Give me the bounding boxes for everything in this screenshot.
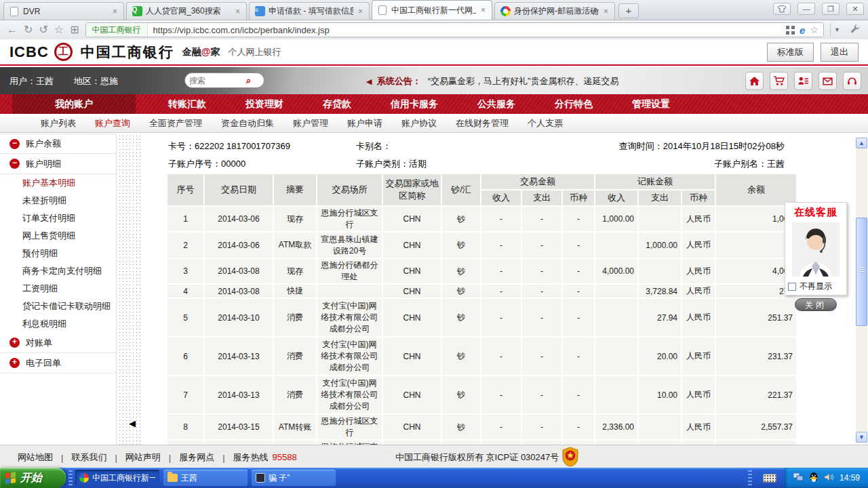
close-icon[interactable]: ✕ bbox=[846, 3, 864, 15]
tab-close-icon[interactable]: × bbox=[357, 7, 364, 16]
footer-link[interactable]: 服务网点 bbox=[171, 451, 222, 464]
network-icon[interactable] bbox=[793, 472, 804, 484]
subnav-item-1[interactable]: 账户列表 bbox=[41, 117, 76, 129]
footer-link[interactable]: 联系我们 bbox=[63, 451, 115, 464]
history-undo-icon[interactable]: ↺ bbox=[39, 24, 47, 35]
nav-item-2[interactable]: 转账汇款 bbox=[163, 94, 240, 114]
dont-show-row: 不再显示 bbox=[788, 281, 844, 292]
restore-icon[interactable]: ❐ bbox=[822, 3, 840, 15]
home-icon[interactable] bbox=[745, 72, 764, 90]
browser-tab[interactable]: Q人人贷官网_360搜索× bbox=[126, 2, 247, 20]
headset-service-icon[interactable] bbox=[843, 72, 861, 90]
bookmark-star-icon[interactable]: ☆ bbox=[810, 24, 818, 35]
cell-place: 支付宝(中国)网络技术有限公司成都分公司 bbox=[317, 299, 382, 336]
vertical-scrollbar[interactable]: ▲ ▼ bbox=[856, 138, 867, 443]
sidebar-group-item[interactable]: −账户余额 bbox=[0, 134, 116, 154]
search-input[interactable] bbox=[189, 76, 246, 85]
minimize-icon[interactable]: — bbox=[797, 3, 815, 15]
cell-tx-currency: - bbox=[563, 415, 594, 439]
footer-link[interactable]: 网站地图 bbox=[9, 451, 61, 464]
subnav-item-7[interactable]: 账户协议 bbox=[401, 117, 437, 129]
url-text[interactable]: https://vip.icbc.com.cn/icbc/perbank/ind… bbox=[148, 25, 787, 35]
tab-close-icon[interactable]: × bbox=[602, 7, 610, 16]
subnav-item-2[interactable]: 账户查询 bbox=[95, 117, 130, 129]
sidebar-child-item[interactable]: 贷记卡借记卡联动明细 bbox=[0, 298, 116, 315]
subnav-item-6[interactable]: 账户申请 bbox=[347, 117, 382, 129]
nav-item-6[interactable]: 公共服务 bbox=[472, 94, 549, 114]
url-box[interactable]: 中国工商银行 https://vip.icbc.com.cn/icbc/perb… bbox=[85, 22, 824, 37]
favorites-star-icon[interactable]: ☆ bbox=[54, 24, 64, 35]
sidebar-child-item[interactable]: 账户基本明细 bbox=[0, 174, 116, 192]
site-search-box[interactable]: ⌕ bbox=[184, 73, 264, 88]
cell-summary: 现存 bbox=[274, 207, 316, 231]
cell-book-income bbox=[595, 338, 637, 375]
subnav-item-8[interactable]: 在线财务管理 bbox=[456, 117, 509, 129]
url-dropdown-arrow-icon[interactable]: ▼ bbox=[830, 22, 844, 37]
close-service-button[interactable]: 关闭 bbox=[795, 298, 837, 311]
cell-country: CHN bbox=[383, 299, 441, 336]
taskbar-item[interactable]: 中国工商银行新一... bbox=[75, 470, 159, 486]
sidebar-child-item[interactable]: 订单支付明细 bbox=[0, 209, 116, 227]
taskbar-clock[interactable]: 14:59 bbox=[840, 473, 860, 483]
volume-speaker-icon[interactable] bbox=[824, 472, 834, 484]
browser-skin-shirt-icon[interactable] bbox=[773, 3, 791, 15]
sidebar-group-item[interactable]: +电子回单 bbox=[0, 353, 116, 373]
scroll-down-icon[interactable]: ▼ bbox=[856, 432, 867, 443]
nav-item-1[interactable]: 我的账户 bbox=[12, 94, 136, 114]
dont-show-checkbox[interactable] bbox=[788, 283, 796, 291]
tab-close-icon[interactable]: × bbox=[479, 5, 487, 15]
nav-item-3[interactable]: 投资理财 bbox=[240, 94, 317, 114]
tools-wrench-icon[interactable] bbox=[850, 23, 861, 37]
tab-close-icon[interactable]: × bbox=[111, 7, 119, 16]
qr-code-icon[interactable] bbox=[786, 26, 795, 35]
announcement-text: “交易赢金彩，马上有好礼”贵金属积存、递延交易 bbox=[428, 76, 619, 86]
ssl-cert-label[interactable]: 中国工商银行 bbox=[86, 23, 148, 37]
browser-tab[interactable]: ≈申请借款 - 填写借款信息 -× bbox=[249, 2, 370, 20]
sidebar-child-item[interactable]: 网上售货明细 bbox=[0, 227, 116, 245]
back-icon[interactable]: ← bbox=[7, 24, 18, 35]
ie-compat-icon[interactable]: e bbox=[800, 24, 805, 36]
col-balance: 余额 bbox=[716, 174, 796, 205]
contacts-icon[interactable] bbox=[794, 72, 812, 90]
nav-item-5[interactable]: 信用卡服务 bbox=[385, 94, 472, 114]
sidebar-child-item[interactable]: 利息税明细 bbox=[0, 315, 116, 333]
cell-no: 4 bbox=[167, 285, 203, 298]
sidebar-child-item[interactable]: 工资明细 bbox=[0, 280, 116, 298]
logout-button[interactable]: 退出 bbox=[821, 43, 859, 62]
collapse-sidebar-icon[interactable]: ◀ bbox=[129, 418, 136, 428]
subnav-item-4[interactable]: 资金自动归集 bbox=[221, 117, 274, 129]
cart-icon[interactable] bbox=[770, 72, 788, 90]
sidebar-splitter[interactable] bbox=[117, 134, 141, 445]
taskbar-item[interactable]: 王茜 bbox=[163, 470, 248, 486]
new-tab-button[interactable]: + bbox=[618, 3, 639, 18]
nav-item-4[interactable]: 存贷款 bbox=[317, 94, 385, 114]
scroll-up-icon[interactable]: ▲ bbox=[856, 138, 867, 148]
sidebar-child-item[interactable]: 商务卡定向支付明细 bbox=[0, 262, 116, 280]
search-icon[interactable]: ⌕ bbox=[246, 75, 251, 86]
sidebar-group-item[interactable]: +对账单 bbox=[0, 333, 116, 353]
start-button[interactable]: 开始 bbox=[0, 468, 66, 488]
subnav-item-9[interactable]: 个人支票 bbox=[528, 117, 563, 129]
refresh-icon[interactable]: ↻ bbox=[24, 24, 33, 35]
subnav-item-5[interactable]: 账户管理 bbox=[293, 117, 328, 129]
nav-item-7[interactable]: 分行特色 bbox=[549, 94, 627, 114]
user-region-text: 用户：王茜 地区：恩施 bbox=[9, 75, 136, 87]
apps-grid-icon[interactable]: ⊞ bbox=[70, 24, 79, 35]
browser-tab[interactable]: 身份保护网-邮箱激活确认 -× bbox=[494, 2, 615, 20]
scrollbar-thumb[interactable] bbox=[856, 218, 867, 326]
taskbar-item[interactable]: 骗 子” bbox=[252, 470, 336, 486]
nav-item-8[interactable]: 管理设置 bbox=[627, 94, 704, 114]
inbox-mail-icon[interactable] bbox=[818, 72, 837, 90]
keyboard-layout-icon[interactable] bbox=[763, 474, 776, 483]
sidebar-group-item[interactable]: −账户明细 bbox=[0, 154, 116, 174]
tab-close-icon[interactable]: × bbox=[234, 7, 241, 16]
footer-link[interactable]: 网站声明 bbox=[117, 451, 169, 464]
sidebar-child-item[interactable]: 未登折明细 bbox=[0, 192, 116, 209]
subnav-item-3[interactable]: 全面资产管理 bbox=[149, 117, 202, 129]
sidebar-child-item[interactable]: 预付明细 bbox=[0, 245, 116, 262]
qq-messenger-icon[interactable] bbox=[809, 472, 818, 485]
browser-tab[interactable]: DVR× bbox=[3, 2, 124, 20]
query-time: 2014年10月18日15时02分08秒 bbox=[663, 141, 785, 151]
standard-version-button[interactable]: 标准版 bbox=[767, 43, 814, 62]
browser-tab[interactable]: 中国工商银行新一代网上银行× bbox=[372, 0, 492, 20]
